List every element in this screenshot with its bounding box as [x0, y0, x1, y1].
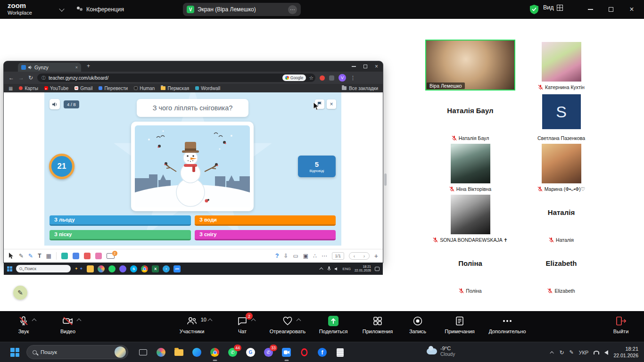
- volume-icon[interactable]: [604, 350, 608, 355]
- task-view-icon[interactable]: [136, 345, 150, 360]
- grid-tool-icon[interactable]: [84, 253, 91, 259]
- add-page-icon[interactable]: +: [374, 252, 378, 260]
- bookmark-karty[interactable]: Карты: [19, 86, 38, 91]
- pen-tool-icon[interactable]: ✎: [28, 253, 33, 259]
- share-screen-button[interactable]: Поделиться: [309, 315, 358, 334]
- video-button[interactable]: Видео: [53, 315, 83, 334]
- participants-options-chevron[interactable]: [208, 319, 213, 323]
- file-explorer-icon[interactable]: [172, 345, 186, 360]
- taskbar-search-box[interactable]: Пошук: [26, 345, 128, 359]
- more-button[interactable]: Дополнительно: [481, 315, 534, 334]
- tray-chevron-icon[interactable]: [319, 267, 323, 271]
- annotation-pencil-button[interactable]: ✎: [13, 286, 27, 300]
- security-shield-icon[interactable]: [530, 5, 538, 14]
- start-button-icon[interactable]: [7, 266, 12, 272]
- google-search-chip[interactable]: Google: [282, 74, 306, 81]
- close-button[interactable]: ×: [621, 0, 642, 19]
- reactions-button[interactable]: Отреагировать: [262, 315, 314, 334]
- shared-clock[interactable]: 18:21 22.01.2026: [355, 265, 371, 272]
- notes-button[interactable]: Примечания: [436, 315, 483, 334]
- explorer-icon[interactable]: [87, 265, 94, 272]
- chrome-icon[interactable]: [141, 265, 148, 272]
- participant-tile-elizabeth[interactable]: Elizabeth Elizabeth: [516, 243, 606, 294]
- record-button[interactable]: Запись: [401, 315, 435, 334]
- reload-icon[interactable]: ↻: [28, 74, 33, 81]
- prev-page-icon[interactable]: ‹: [354, 254, 355, 259]
- browser-tab-gynzy[interactable]: Gynzy ×: [18, 63, 81, 72]
- bookmark-youtube[interactable]: ▸ YouTube: [44, 86, 68, 91]
- audio-button[interactable]: Звук: [8, 315, 39, 334]
- participant-tile-sonja[interactable]: SONJA BONDAREWSKAJA ✝: [425, 192, 515, 243]
- present-icon[interactable]: ▭: [293, 253, 298, 259]
- answer-option-sand[interactable]: З піску: [50, 230, 191, 240]
- profile-avatar[interactable]: V: [339, 74, 346, 82]
- taskbar-weather-widget[interactable]: -9°C Cloudy: [427, 346, 455, 357]
- chat-button[interactable]: 2 Чат: [226, 315, 258, 334]
- pencil-tool-icon[interactable]: ✎: [19, 253, 24, 259]
- back-icon[interactable]: ←: [8, 74, 14, 81]
- help-icon[interactable]: ?: [275, 253, 279, 259]
- pen-tray-icon[interactable]: ✎: [569, 349, 573, 355]
- tray-mic-icon[interactable]: [327, 266, 331, 271]
- copilot-sparkle-icon[interactable]: ✦: [74, 266, 78, 271]
- address-bar[interactable]: ⓘ teacher.gynzy.com/uk/board/ Google ☆: [37, 74, 315, 82]
- taskbar-clock[interactable]: 18:21 22.01.2026: [613, 346, 638, 359]
- participants-button[interactable]: 10 Участники: [171, 315, 213, 334]
- bookmark-gmail[interactable]: M Gmail: [74, 86, 92, 91]
- screen-tab-more-icon[interactable]: ⋯: [288, 5, 297, 14]
- images-tool-icon[interactable]: [73, 253, 79, 259]
- lines-tool-icon[interactable]: [95, 253, 102, 259]
- zoom-app-icon[interactable]: zm: [173, 265, 181, 272]
- tab-meeting[interactable]: Конференция: [76, 4, 124, 15]
- sound-button[interactable]: [50, 99, 60, 109]
- chevron-down-icon[interactable]: [59, 6, 64, 11]
- tab-screen-share[interactable]: V Экран (Віра Лемешко) ⋯: [183, 3, 301, 16]
- windows-start-button[interactable]: [10, 348, 19, 357]
- desktop-search-box[interactable]: Поиск: [16, 265, 71, 272]
- answer-option-ice[interactable]: З льоду: [50, 215, 191, 226]
- zoom-app-icon[interactable]: [279, 345, 294, 360]
- library-folder-icon[interactable]: ▣: [303, 253, 308, 259]
- more-tools-icon[interactable]: ⋯: [322, 253, 327, 259]
- browser-menu-icon[interactable]: ⋮: [350, 75, 355, 81]
- photos-app-icon[interactable]: [154, 345, 168, 360]
- language-indicator[interactable]: УКР: [579, 350, 589, 355]
- participant-tile-maryna[interactable]: Марина (Ф•ᴗ•Ф)♡: [516, 141, 606, 192]
- participant-tile-polina[interactable]: Поліна Поліна: [425, 243, 515, 294]
- cursor-tool-icon[interactable]: [8, 253, 14, 259]
- view-button[interactable]: Вид: [543, 4, 563, 11]
- skype-icon[interactable]: S: [130, 265, 137, 272]
- site-info-icon[interactable]: ⓘ: [41, 75, 46, 81]
- facebook-icon[interactable]: f: [315, 345, 330, 360]
- participant-tile-svetlana[interactable]: S Светлана Пазенкова: [516, 90, 606, 141]
- text-tool-icon[interactable]: T: [38, 253, 41, 259]
- dice-tool-icon[interactable]: [61, 253, 68, 259]
- participant-tile-katernyna[interactable]: Катернина Кухтін: [516, 40, 606, 90]
- viber-icon[interactable]: [119, 265, 126, 272]
- notification-icon[interactable]: [375, 267, 380, 271]
- notepad-icon[interactable]: [333, 345, 347, 360]
- forward-icon[interactable]: →: [18, 74, 24, 81]
- tray-speaker-icon[interactable]: [335, 267, 339, 271]
- maximize-button[interactable]: [601, 0, 621, 19]
- answer-option-snow[interactable]: З снігу: [195, 230, 336, 240]
- excel-icon[interactable]: X: [152, 265, 159, 272]
- browser-close-icon[interactable]: ×: [375, 63, 378, 70]
- chat-options-chevron[interactable]: [251, 319, 256, 323]
- bookmark-translate[interactable]: Перевести: [99, 86, 128, 91]
- sync-tray-icon[interactable]: ↻: [559, 349, 564, 356]
- participant-tile-natalia-baul[interactable]: Наталія Баул Наталія Баул: [425, 90, 515, 141]
- all-bookmarks-button[interactable]: Все закладки: [342, 86, 378, 91]
- hidden-icons-chevron[interactable]: [550, 351, 554, 355]
- minimize-button[interactable]: [580, 0, 601, 19]
- telegram-icon[interactable]: ›: [163, 265, 170, 272]
- google-app-icon[interactable]: G: [243, 345, 258, 360]
- tab-close-icon[interactable]: ×: [75, 65, 78, 70]
- save-icon[interactable]: ⇩: [283, 253, 288, 259]
- browser-minimize-icon[interactable]: [352, 66, 356, 66]
- video-options-chevron[interactable]: [77, 319, 82, 323]
- apps-button[interactable]: Приложения: [356, 315, 399, 334]
- bookmark-wordwall[interactable]: Wordwall: [195, 86, 220, 91]
- bookmark-star-icon[interactable]: ☆: [309, 75, 314, 81]
- participant-tile-vira[interactable]: Віра Лемешко: [425, 40, 515, 90]
